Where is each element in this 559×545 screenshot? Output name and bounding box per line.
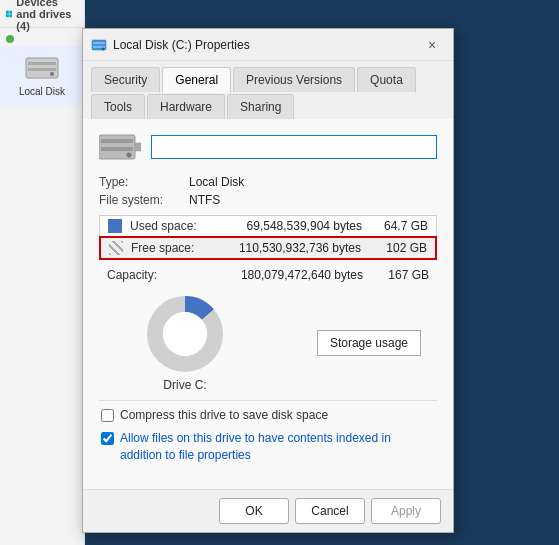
cancel-button[interactable]: Cancel — [295, 498, 365, 524]
type-row: Type: Local Disk — [99, 175, 437, 189]
tab-hardware[interactable]: Hardware — [147, 94, 225, 119]
index-label: Allow files on this drive to have conten… — [120, 430, 435, 464]
hdd-icon — [24, 54, 60, 82]
local-disk-label: Local Disk — [19, 86, 65, 97]
explorer-titlebar: Devices and drives (4) — [0, 0, 84, 28]
used-space-label: Used space: — [130, 219, 210, 233]
space-section: Used space: 69,548,539,904 bytes 64.7 GB… — [99, 215, 437, 260]
windows-icon — [6, 8, 12, 20]
free-space-gb: 102 GB — [377, 241, 427, 255]
index-checkbox-row: Allow files on this drive to have conten… — [99, 430, 437, 464]
svg-rect-1 — [9, 10, 12, 13]
used-space-row: Used space: 69,548,539,904 bytes 64.7 GB — [99, 215, 437, 236]
free-color-box — [109, 241, 123, 255]
compress-checkbox-row: Compress this drive to save disk space — [99, 407, 437, 424]
explorer-nav-item — [0, 32, 84, 46]
svg-rect-6 — [28, 68, 56, 71]
dialog-titlebar: Local Disk (C:) Properties × — [83, 29, 453, 61]
properties-dialog: Local Disk (C:) Properties × Security Ge… — [82, 28, 454, 533]
apply-button[interactable]: Apply — [371, 498, 441, 524]
chart-area: Drive C: Storage usage — [99, 294, 437, 400]
capacity-row: Capacity: 180,079,472,640 bytes 167 GB — [99, 264, 437, 286]
used-space-bytes: 69,548,539,904 bytes — [210, 219, 378, 233]
donut-container: Drive C: — [145, 294, 225, 392]
svg-point-15 — [127, 153, 132, 158]
drive-header — [99, 131, 437, 163]
info-section: Type: Local Disk File system: NTFS — [99, 175, 437, 207]
index-checkbox[interactable] — [101, 432, 114, 445]
svg-rect-0 — [6, 10, 9, 13]
svg-rect-14 — [101, 147, 133, 151]
drive-icon — [99, 131, 141, 163]
svg-rect-9 — [93, 42, 105, 44]
dialog-title-text: Local Disk (C:) Properties — [113, 38, 250, 52]
capacity-label: Capacity: — [107, 268, 197, 282]
svg-point-19 — [163, 312, 207, 356]
svg-rect-2 — [6, 14, 9, 17]
tabs-row: Security General Previous Versions Quota — [91, 67, 445, 92]
compress-checkbox[interactable] — [101, 409, 114, 422]
storage-usage-button[interactable]: Storage usage — [317, 330, 421, 356]
drive-letter-label: Drive C: — [163, 378, 206, 392]
tabs-container: Security General Previous Versions Quota… — [83, 61, 453, 119]
svg-rect-13 — [101, 139, 133, 143]
svg-rect-5 — [28, 62, 56, 65]
dialog-footer: OK Cancel Apply — [83, 489, 453, 532]
filesystem-label: File system: — [99, 193, 189, 207]
nav-dot — [6, 35, 14, 43]
tabs-row-2: Tools Hardware Sharing — [91, 94, 445, 119]
dialog-content: Type: Local Disk File system: NTFS Used … — [83, 119, 453, 489]
dialog-title-icon — [91, 37, 107, 53]
filesystem-value: NTFS — [189, 193, 220, 207]
svg-point-7 — [50, 72, 54, 76]
used-color-box — [108, 219, 122, 233]
tab-sharing[interactable]: Sharing — [227, 94, 294, 119]
svg-point-11 — [102, 47, 105, 50]
type-label: Type: — [99, 175, 189, 189]
svg-rect-3 — [9, 14, 12, 17]
ok-button[interactable]: OK — [219, 498, 289, 524]
drive-name-input[interactable] — [151, 135, 437, 159]
explorer-window: Devices and drives (4) Local Disk — [0, 0, 85, 545]
close-button[interactable]: × — [419, 34, 445, 56]
filesystem-row: File system: NTFS — [99, 193, 437, 207]
free-space-bytes: 110,530,932,736 bytes — [211, 241, 377, 255]
svg-rect-16 — [135, 143, 141, 151]
explorer-title: Devices and drives (4) — [16, 0, 78, 32]
free-space-row: Free space: 110,530,932,736 bytes 102 GB — [99, 236, 437, 260]
used-space-gb: 64.7 GB — [378, 219, 428, 233]
local-disk-item[interactable]: Local Disk — [0, 46, 84, 105]
checkboxes-section: Compress this drive to save disk space A… — [99, 400, 437, 477]
dialog-title-area: Local Disk (C:) Properties — [91, 37, 250, 53]
free-space-label: Free space: — [131, 241, 211, 255]
tab-quota[interactable]: Quota — [357, 67, 416, 92]
type-value: Local Disk — [189, 175, 244, 189]
tab-security[interactable]: Security — [91, 67, 160, 92]
donut-chart — [145, 294, 225, 374]
tab-previous-versions[interactable]: Previous Versions — [233, 67, 355, 92]
capacity-bytes: 180,079,472,640 bytes — [197, 268, 379, 282]
capacity-gb: 167 GB — [379, 268, 429, 282]
tab-general[interactable]: General — [162, 67, 231, 93]
tab-tools[interactable]: Tools — [91, 94, 145, 119]
compress-label: Compress this drive to save disk space — [120, 407, 328, 424]
